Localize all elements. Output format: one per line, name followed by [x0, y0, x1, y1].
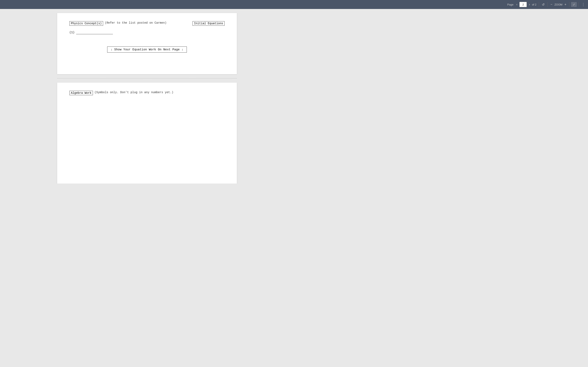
algebra-work-area — [69, 100, 225, 182]
show-work-center: ↓ Show Your Equation Work On Next Page ↓ — [69, 47, 225, 53]
item-number-1: (1) — [69, 31, 75, 34]
physics-section-header: Physics Concept(s) (Refer to the list po… — [69, 21, 225, 26]
physics-label: Physics Concept(s) — [69, 21, 103, 26]
numbered-item-1: (1) — [69, 31, 225, 34]
algebra-subtitle: (Symbols only. Don't plug in any numbers… — [95, 91, 173, 94]
show-work-box: ↓ Show Your Equation Work On Next Page ↓ — [107, 47, 187, 53]
blank-line-1 — [76, 31, 113, 34]
toolbar: Page ‹ › of 2 ↺ − ZOOM + ⤢ ⋮ — [0, 0, 294, 9]
main-content: Physics Concept(s) (Refer to the list po… — [0, 9, 294, 184]
algebra-label: Algebra Work — [69, 91, 93, 95]
page-2-container: Algebra Work (Symbols only. Don't plug i… — [57, 83, 237, 184]
physics-subtitle: (Refer to the list posted on Carmen) — [105, 21, 166, 25]
page-1-container: Physics Concept(s) (Refer to the list po… — [57, 13, 237, 74]
initial-equations-label: Initial Equations — [192, 21, 225, 26]
algebra-section-header: Algebra Work (Symbols only. Don't plug i… — [69, 91, 225, 95]
